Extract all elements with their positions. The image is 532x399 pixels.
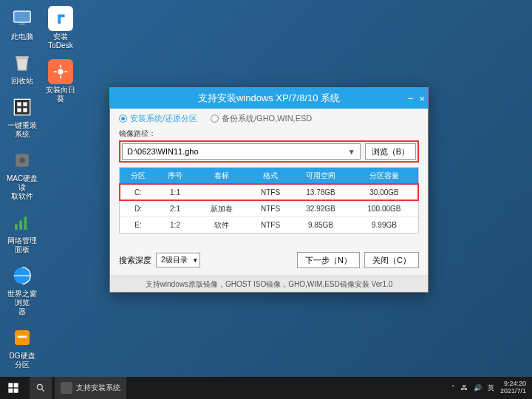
svg-rect-11 — [19, 221, 22, 231]
svg-point-25 — [37, 384, 42, 389]
table-row[interactable]: D:2:1新加卷NTFS32.92GB100.00GB — [120, 200, 418, 216]
tray-chevron-icon[interactable]: ˄ — [451, 384, 455, 392]
desktop-icon-sunflower[interactable]: 安装向日葵 — [44, 59, 77, 103]
svg-rect-2 — [16, 56, 29, 58]
svg-rect-24 — [14, 389, 18, 393]
clock[interactable]: 9:24:20 2021/7/1 — [500, 381, 526, 395]
path-label: 镜像路径： — [119, 129, 419, 139]
window-footer: 支持windows原版镜像，GHOST ISO镜像，GHO,WIM,ESD镜像安… — [110, 276, 428, 292]
svg-rect-15 — [18, 336, 27, 338]
monitor-icon — [10, 6, 35, 31]
svg-rect-5 — [23, 102, 27, 106]
browse-button[interactable]: 浏览（B） — [365, 143, 416, 160]
partition-icon — [10, 325, 35, 350]
svg-rect-3 — [14, 99, 30, 115]
desktop-icon-todesk[interactable]: 安装ToDesk — [44, 6, 77, 50]
svg-rect-7 — [23, 108, 27, 112]
mode-install[interactable]: 安装系统/还原分区 — [119, 113, 197, 124]
svg-rect-22 — [14, 383, 18, 387]
tray-volume-icon[interactable]: 🔊 — [474, 384, 482, 392]
svg-rect-12 — [24, 217, 27, 231]
search-icon — [35, 383, 46, 393]
install-window: 支持安装windows XP/7/8/10 系统 − × 安装系统/还原分区 备… — [109, 87, 429, 293]
partition-table: 分区 序号 卷标 格式 可用空间 分区容量 C:1:1NTFS13.78GB30… — [119, 167, 419, 233]
app-icon — [61, 382, 72, 394]
desktop-icon-theworld[interactable]: 世界之窗浏览 器 — [6, 263, 38, 316]
taskbar-item-search[interactable] — [30, 377, 52, 399]
tray-network-icon[interactable]: 🖧 — [461, 384, 468, 392]
titlebar[interactable]: 支持安装windows XP/7/8/10 系统 − × — [110, 88, 428, 109]
search-depth-select[interactable]: 2级目录 — [156, 253, 200, 267]
desktop-icon-dg-partition[interactable]: DG硬盘分区 — [6, 325, 38, 369]
taskbar-item-installer[interactable]: 支持安装系统 — [55, 377, 126, 399]
taskbar: 支持安装系统 ˄ 🖧 🔊 英 9:24:20 2021/7/1 — [0, 377, 532, 399]
image-path-input[interactable]: D:\0623\WIN11.gho ▼ — [122, 143, 361, 160]
svg-rect-6 — [17, 108, 21, 112]
start-button[interactable] — [0, 377, 27, 399]
svg-rect-21 — [8, 383, 13, 387]
svg-point-16 — [58, 69, 63, 74]
close-window-button[interactable]: 关闭（C） — [364, 252, 419, 268]
table-header: 分区 序号 卷标 格式 可用空间 分区容量 — [120, 168, 418, 184]
table-row[interactable]: C:1:1NTFS13.78GB30.00GB — [120, 184, 418, 200]
mode-backup[interactable]: 备份系统/GHO,WIN,ESD — [211, 113, 312, 124]
svg-rect-23 — [8, 389, 13, 393]
svg-line-26 — [42, 389, 44, 392]
minimize-button[interactable]: − — [408, 93, 414, 104]
desktop-icon-network-panel[interactable]: 网络管理面板 — [6, 210, 38, 254]
table-row[interactable]: E:1:2软件NTFS9.85GB9.99GB — [120, 216, 418, 233]
radio-on-icon — [119, 115, 127, 123]
desktop-icon-recycle-bin[interactable]: 回收站 — [6, 50, 38, 86]
close-button[interactable]: × — [419, 93, 425, 104]
path-highlight: D:\0623\WIN11.gho ▼ 浏览（B） — [119, 140, 419, 163]
next-button[interactable]: 下一步（N） — [297, 252, 360, 268]
desktop-icon-this-pc[interactable]: 此电脑 — [6, 6, 38, 41]
network-icon — [10, 210, 35, 235]
svg-rect-4 — [17, 102, 21, 106]
system-tray: ˄ 🖧 🔊 英 9:24:20 2021/7/1 — [451, 381, 532, 395]
dropdown-icon[interactable]: ▼ — [348, 148, 355, 156]
svg-rect-0 — [14, 11, 31, 22]
mode-row: 安装系统/还原分区 备份系统/GHO,WIN,ESD — [110, 109, 428, 127]
radio-off-icon — [211, 115, 219, 123]
svg-rect-10 — [15, 225, 18, 231]
search-depth-label: 搜索深度 — [119, 255, 151, 266]
windows-icon — [7, 382, 19, 394]
globe-icon — [10, 263, 35, 288]
svg-point-9 — [19, 157, 25, 163]
tray-ime-icon[interactable]: 英 — [488, 383, 494, 393]
install-icon — [10, 95, 35, 120]
drive-icon — [10, 148, 35, 173]
todesk-icon — [48, 6, 73, 31]
desktop-icon-mac-disk[interactable]: MAC硬盘读 取软件 — [6, 148, 38, 201]
trash-icon — [10, 50, 35, 75]
svg-rect-1 — [19, 23, 25, 25]
desktop-icon-reinstall[interactable]: 一键重装系统 — [6, 95, 38, 139]
sunflower-icon — [48, 59, 73, 84]
window-title: 支持安装windows XP/7/8/10 系统 — [198, 92, 340, 105]
